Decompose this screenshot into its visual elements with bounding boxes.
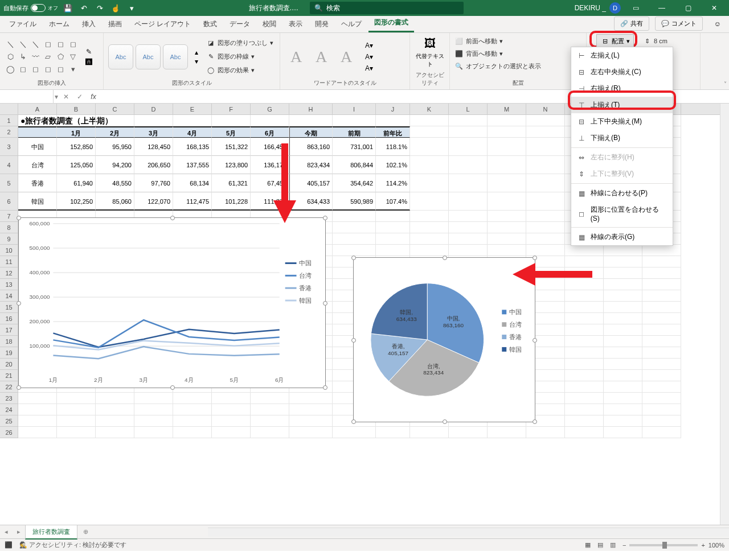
zoom-slider[interactable]: −+ 100%	[622, 542, 724, 549]
qat-more-icon[interactable]: ▾	[125, 2, 138, 14]
touch-mode-icon[interactable]: ☝	[109, 2, 122, 14]
cancel-formula-icon[interactable]: ✕	[59, 90, 73, 103]
zoom-level[interactable]: 100%	[708, 542, 724, 549]
shape-fill-button[interactable]: ◪図形の塗りつぶし ▾	[206, 38, 273, 49]
row-header[interactable]: 18	[0, 336, 18, 347]
align-center-h[interactable]: ⊟左右中央揃え(C)	[571, 64, 673, 80]
align-left[interactable]: ⊢左揃え(L)	[571, 47, 673, 64]
row-header[interactable]: 6	[0, 192, 18, 211]
comments-button[interactable]: 💬 コメント	[655, 17, 703, 31]
row-header[interactable]: 26	[0, 427, 18, 438]
tab-formulas[interactable]: 数式	[198, 16, 223, 32]
wordart-style-2[interactable]: A	[310, 43, 333, 71]
row-header[interactable]: 7	[0, 211, 18, 222]
row-header[interactable]: 2	[0, 126, 18, 138]
col-header[interactable]: C	[96, 104, 134, 114]
tab-help[interactable]: ヘルプ	[335, 16, 367, 32]
wordart-style-1[interactable]: A	[285, 43, 308, 71]
close-icon[interactable]: ✕	[703, 0, 726, 16]
text-outline-icon[interactable]: A▾	[364, 52, 374, 61]
sheet-tab[interactable]: 旅行者数調査	[25, 525, 77, 540]
align-button[interactable]: ⊟配置 ▾	[596, 34, 634, 48]
row-header[interactable]: 9	[0, 233, 18, 245]
shape-style-1[interactable]: Abc	[108, 44, 133, 69]
row-header[interactable]: 12	[0, 267, 18, 279]
page-layout-view-icon[interactable]: ▤	[597, 541, 603, 549]
row-header[interactable]: 8	[0, 222, 18, 233]
col-header[interactable]: F	[212, 104, 251, 114]
view-gridlines[interactable]: ▦枠線の表示(G)	[571, 229, 673, 245]
col-header[interactable]: I	[333, 104, 376, 114]
redo-icon[interactable]: ↷	[93, 2, 106, 14]
shape-outline-button[interactable]: ✎図形の枠線 ▾	[206, 51, 273, 63]
row-header[interactable]: 5	[0, 174, 18, 192]
edit-shape-icon[interactable]: ✎	[84, 47, 93, 56]
undo-icon[interactable]: ↶	[77, 2, 90, 14]
row-header[interactable]: 23	[0, 393, 18, 404]
tab-file[interactable]: ファイル	[3, 16, 42, 32]
row-header[interactable]: 24	[0, 404, 18, 415]
align-top[interactable]: ⊤上揃え(T)	[571, 97, 673, 113]
shape-gallery[interactable]: ＼＼＼◻◻◻ ⬡↳〰▱⬠▽ ◯◻◻◻◻▾	[5, 39, 79, 75]
text-effects-icon[interactable]: A▾	[364, 64, 374, 73]
row-header[interactable]: 21	[0, 370, 18, 381]
collapse-ribbon-icon[interactable]: ˅	[724, 81, 727, 87]
align-right[interactable]: ⊣右揃え(R)	[571, 80, 673, 97]
line-chart[interactable]: 100,000200,000300,000400,000500,000600,0…	[18, 217, 326, 388]
share-button[interactable]: 🔗 共有	[614, 17, 649, 31]
col-header[interactable]: L	[449, 104, 488, 114]
row-header[interactable]: 13	[0, 279, 18, 290]
tab-data[interactable]: データ	[224, 16, 256, 32]
row-header[interactable]: 11	[0, 256, 18, 267]
tab-insert[interactable]: 挿入	[76, 16, 101, 32]
row-header[interactable]: 3	[0, 138, 18, 156]
text-fill-icon[interactable]: A▾	[364, 41, 374, 50]
text-box-icon[interactable]: 🅰	[84, 57, 93, 67]
col-header[interactable]: B	[57, 104, 96, 114]
col-header[interactable]: K	[410, 104, 449, 114]
select-all-corner[interactable]	[0, 104, 18, 115]
enter-formula-icon[interactable]: ✓	[73, 90, 87, 103]
col-header[interactable]: E	[173, 104, 212, 114]
row-header[interactable]: 17	[0, 324, 18, 336]
bring-forward-button[interactable]: ⬜前面へ移動 ▾	[454, 35, 503, 47]
tab-page-layout[interactable]: ページ レイアウト	[129, 16, 196, 32]
shape-effects-button[interactable]: ◯図形の効果 ▾	[206, 65, 273, 76]
sheet-nav-prev-icon[interactable]: ◂	[0, 528, 13, 536]
tab-home[interactable]: ホーム	[43, 16, 75, 32]
tab-review[interactable]: 校閲	[257, 16, 282, 32]
sheet-nav-next-icon[interactable]: ▸	[13, 528, 25, 536]
wordart-style-3[interactable]: A	[335, 43, 358, 71]
col-header[interactable]: H	[289, 104, 333, 114]
feedback-icon[interactable]: ☺	[711, 17, 724, 31]
normal-view-icon[interactable]: ▦	[585, 541, 591, 549]
row-header[interactable]: 22	[0, 381, 18, 393]
minimize-icon[interactable]: —	[650, 0, 673, 16]
snap-to-grid[interactable]: ▦枠線に合わせる(P)	[571, 185, 673, 201]
row-header[interactable]: 25	[0, 415, 18, 427]
avatar[interactable]: D	[609, 2, 621, 14]
ribbon-display-icon[interactable]: ▭	[624, 0, 647, 16]
record-macro-icon[interactable]: ⬛	[5, 541, 13, 549]
row-header[interactable]: 15	[0, 302, 18, 313]
new-sheet-icon[interactable]: ⊕	[77, 528, 94, 536]
shape-style-3[interactable]: Abc	[163, 44, 188, 69]
col-header[interactable]: N	[526, 104, 565, 114]
send-backward-button[interactable]: ⬛背面へ移動 ▾	[454, 48, 503, 59]
selection-pane-button[interactable]: 🔍オブジェクトの選択と表示	[454, 60, 541, 72]
row-header[interactable]: 16	[0, 313, 18, 324]
col-header[interactable]: A	[18, 104, 57, 114]
row-header[interactable]: 19	[0, 347, 18, 359]
tab-draw[interactable]: 描画	[103, 16, 128, 32]
tab-developer[interactable]: 開発	[309, 16, 334, 32]
page-break-view-icon[interactable]: ▥	[610, 541, 616, 549]
shape-style-2[interactable]: Abc	[136, 44, 161, 69]
name-box[interactable]	[0, 90, 54, 103]
save-icon[interactable]: 💾	[62, 2, 74, 14]
align-bottom[interactable]: ⊥下揃え(B)	[571, 130, 673, 146]
row-header[interactable]: 1	[0, 115, 18, 126]
row-header[interactable]: 14	[0, 290, 18, 302]
fx-icon[interactable]: fx	[87, 90, 100, 103]
col-header[interactable]: J	[376, 104, 410, 114]
row-header[interactable]: 20	[0, 359, 18, 370]
